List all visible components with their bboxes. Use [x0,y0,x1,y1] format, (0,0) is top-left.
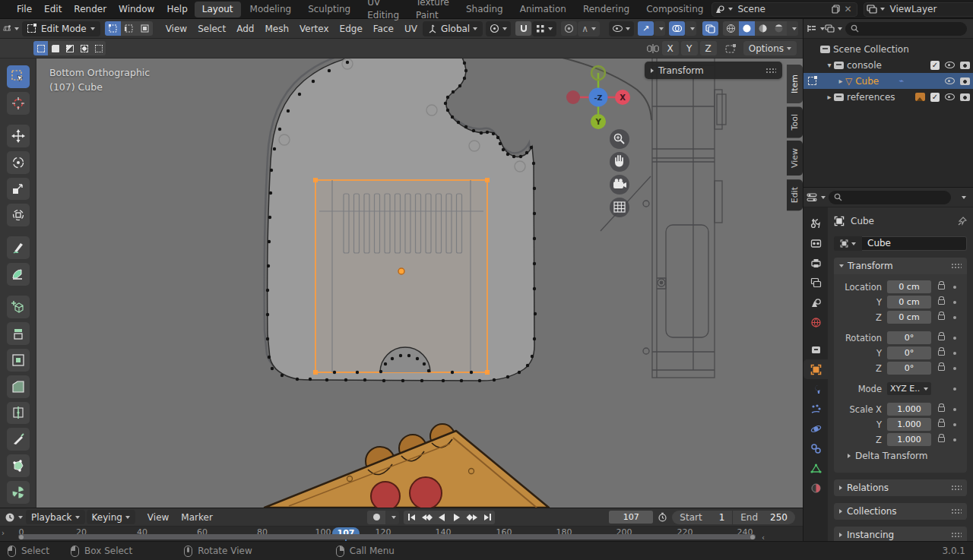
pan-hand-button[interactable] [610,152,629,172]
workspace-tab-rendering[interactable]: Rendering [575,2,637,17]
animate-dot[interactable] [953,286,956,289]
select-intersect-button[interactable] [91,41,106,55]
rotation-x-field[interactable]: 0° [887,331,931,344]
shading-material-button[interactable] [755,21,771,36]
scale-y-field[interactable]: 1.000 [887,418,931,431]
transform-panel-collapsed[interactable]: Transform [645,62,782,79]
lock-open-icon[interactable] [938,437,945,442]
start-frame-field[interactable]: Start 1 [672,511,732,524]
exclude-checkbox[interactable]: ✓ [930,93,940,102]
gizmos-dropdown[interactable] [654,21,665,36]
menu-select[interactable]: Select [192,19,231,39]
animate-dot[interactable] [953,337,956,340]
proportional-editing-button[interactable] [561,21,577,36]
tool-bevel[interactable] [7,375,30,398]
mirror-z-button[interactable]: Z [700,41,717,55]
tab-world-properties[interactable] [803,312,828,332]
editor-type-button[interactable] [3,21,19,36]
timeline-scrollbar[interactable] [18,534,756,539]
lock-open-icon[interactable] [938,299,945,305]
shading-wireframe-button[interactable] [723,21,739,36]
location-z-field[interactable]: 0 cm [887,311,931,324]
show-gizmo-object-types[interactable] [609,21,634,36]
region-expand-icon[interactable]: › [2,529,5,537]
tab-tool-properties[interactable] [803,214,828,233]
menu-help[interactable]: Help [160,0,193,19]
lock-open-icon[interactable] [938,350,945,356]
relations-panel-header[interactable]: Relations [834,479,967,496]
id-type-dropdown[interactable] [834,236,862,251]
modifier-wrench-icon[interactable]: ⌁ [899,76,904,86]
face-select-mode-button[interactable] [137,21,153,36]
animate-dot[interactable] [953,423,956,426]
shading-solid-button[interactable] [739,21,755,36]
drag-grip-icon[interactable] [951,508,962,514]
workspace-tab-sculpting[interactable]: Sculpting [300,2,358,17]
lock-open-icon[interactable] [938,365,945,371]
pivot-point-selector[interactable] [486,21,511,36]
disable-render-camera-icon[interactable] [960,78,970,85]
object-origin-dot[interactable] [398,268,404,274]
jump-to-end-button[interactable] [480,511,495,524]
viewport-canvas[interactable]: X Y -Z [36,59,803,508]
scene-selector[interactable]: Scene ✕ [712,2,857,17]
animate-dot[interactable] [953,408,956,411]
select-invert-button[interactable] [77,41,91,55]
animate-dot[interactable] [953,388,956,391]
tab-output-properties[interactable] [803,253,828,273]
new-scene-icon[interactable] [832,5,841,14]
workspace-tab-compositing[interactable]: Compositing [639,2,711,17]
hide-eye-icon[interactable] [945,62,955,68]
workspace-tab-shading[interactable]: Shading [458,2,511,17]
location-y-field[interactable]: 0 cm [887,296,931,308]
workspace-tab-layout[interactable]: Layout [195,2,241,17]
selected-region[interactable] [313,178,490,375]
exclude-checkbox[interactable]: ✓ [930,61,940,70]
lock-open-icon[interactable] [938,422,945,427]
breadcrumb-object-name[interactable]: Cube [851,216,874,226]
menu-window[interactable]: Window [113,0,160,19]
outliner-filter-button[interactable] [825,21,842,36]
outliner-search-input[interactable] [845,22,967,36]
disclosure-right-icon[interactable]: ▸ [836,77,845,85]
drag-grip-icon[interactable] [951,263,962,269]
tab-tool[interactable]: Tool [787,106,803,138]
mirror-x-button[interactable]: X [662,41,679,55]
vertex-select-mode-button[interactable] [105,21,121,36]
tool-cursor[interactable] [7,92,30,115]
disclosure-right-icon[interactable] [651,68,654,73]
tab-material-properties[interactable] [803,478,828,498]
play-reverse-button[interactable] [434,511,449,524]
snap-toggle-button[interactable] [515,21,531,36]
delta-transform-subpanel[interactable]: Delta Transform [835,448,962,466]
tab-modifier-properties[interactable] [803,379,828,399]
tool-measure[interactable] [7,263,30,286]
tool-inset-faces[interactable] [7,349,30,372]
end-frame-field[interactable]: End 250 [733,511,795,524]
viewlayer-selector[interactable]: ViewLayer ✕ [864,2,973,17]
show-overlays-button[interactable] [669,21,685,36]
tab-viewlayer-properties[interactable] [803,273,828,293]
play-button[interactable] [449,511,464,524]
outliner-item-scene-collection[interactable]: Scene Collection [803,41,973,57]
disable-render-camera-icon[interactable] [960,93,970,101]
location-x-field[interactable]: 0 cm [887,280,931,293]
timeline-ruler[interactable]: 0 20 40 60 80 100 120 140 160 180 200 22… [0,527,803,541]
select-subtract-button[interactable] [62,41,77,55]
tool-transform[interactable] [7,204,30,226]
unlink-scene-icon[interactable]: ✕ [841,4,854,14]
workspace-tab-animation[interactable]: Animation [512,2,574,17]
tab-scene-properties[interactable] [803,293,828,312]
transform-panel-header[interactable]: Transform [834,258,967,274]
scale-z-field[interactable]: 1.000 [887,433,931,446]
next-keyframe-button[interactable] [464,511,480,524]
drag-grip-icon[interactable] [951,485,962,491]
object-name-field[interactable]: Cube [862,236,967,251]
animate-dot[interactable] [953,316,956,319]
tab-object-data-properties[interactable] [803,458,828,478]
animate-dot[interactable] [953,301,956,304]
menu-edit[interactable]: Edit [38,0,68,19]
tool-rotate[interactable] [7,151,30,174]
tab-object-properties[interactable] [803,359,828,379]
snap-settings-selector[interactable] [532,21,556,36]
